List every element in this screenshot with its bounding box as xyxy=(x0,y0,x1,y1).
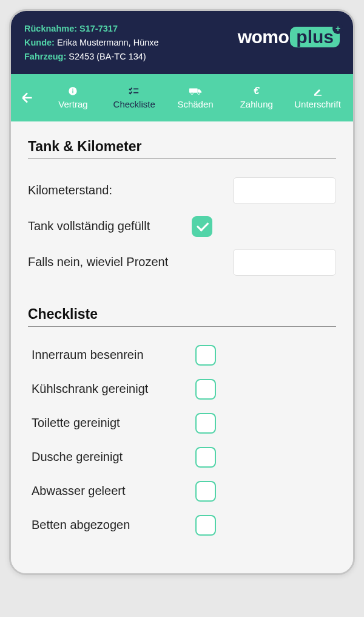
divider xyxy=(28,326,336,327)
section-title-checkliste: Checkliste xyxy=(28,306,336,322)
checklist-label: Kühlschrank gereinigt xyxy=(32,382,195,396)
checklist-item: Dusche gereinigt xyxy=(28,447,336,468)
checklist-checkbox[interactable] xyxy=(195,413,216,434)
percent-row: Falls nein, wieviel Prozent xyxy=(28,249,336,276)
checklist-label: Dusche gereinigt xyxy=(32,450,195,464)
logo-womo: womo xyxy=(238,27,289,47)
checklist-checkbox[interactable] xyxy=(195,345,216,366)
plus-badge-icon: + xyxy=(332,23,343,34)
svg-point-7 xyxy=(198,92,200,95)
checklist-item: Toilette gereinigt xyxy=(28,413,336,434)
fahrzeug-label: Fahrzeug: xyxy=(24,52,66,61)
checklist-label: Innerraum besenrein xyxy=(32,348,195,362)
percent-input[interactable] xyxy=(233,249,336,276)
tab-label: Vertrag xyxy=(58,99,87,109)
checklist-checkbox[interactable] xyxy=(195,515,216,536)
tab-label: Zahlung xyxy=(240,99,273,109)
tab-label: Checkliste xyxy=(113,99,155,109)
kunde-label: Kunde: xyxy=(24,38,55,47)
info-icon xyxy=(68,86,78,97)
tab-unterschrift[interactable]: Unterschrift xyxy=(287,81,348,114)
tab-schaeden[interactable]: Schäden xyxy=(165,81,226,114)
km-input[interactable] xyxy=(233,177,336,204)
tab-vertrag[interactable]: Vertrag xyxy=(42,81,104,114)
percent-label: Falls nein, wieviel Prozent xyxy=(28,255,168,269)
logo: womo plus + xyxy=(238,27,340,47)
fahrzeug-value: S2453 (BA-TC 134) xyxy=(69,52,146,61)
checklist-checkbox[interactable] xyxy=(195,379,216,400)
tank-full-label: Tank vollständig gefüllt xyxy=(28,219,192,233)
svg-rect-1 xyxy=(73,90,73,94)
tank-full-row: Tank vollständig gefüllt xyxy=(28,216,336,237)
ruecknahme-label: Rücknahme: xyxy=(24,24,77,33)
content: Tank & Kilometer Kilometerstand: Tank vo… xyxy=(11,121,353,573)
divider xyxy=(28,159,336,159)
tank-full-checkbox[interactable] xyxy=(192,216,212,237)
checklist-item: Innerraum besenrein xyxy=(28,345,336,366)
checklist-checkbox[interactable] xyxy=(195,481,216,502)
van-icon xyxy=(189,86,202,97)
svg-rect-5 xyxy=(189,88,198,92)
tab-checkliste[interactable]: Checkliste xyxy=(104,81,165,114)
app-frame: Rücknahme: S17-7317 Kunde: Erika Musterm… xyxy=(9,9,355,575)
tab-label: Schäden xyxy=(177,99,213,109)
svg-point-6 xyxy=(191,92,194,95)
sign-icon xyxy=(313,86,323,97)
checklist-label: Betten abgezogen xyxy=(32,518,195,532)
checklist-label: Toilette gereinigt xyxy=(32,416,195,430)
tab-label: Unterschrift xyxy=(294,99,341,109)
svg-point-2 xyxy=(73,89,74,90)
header-info: Rücknahme: S17-7317 Kunde: Erika Musterm… xyxy=(24,22,159,64)
checklist-icon xyxy=(129,86,140,97)
header: Rücknahme: S17-7317 Kunde: Erika Musterm… xyxy=(11,11,353,74)
ruecknahme-value: S17-7317 xyxy=(79,24,118,33)
logo-plus: plus + xyxy=(290,27,340,47)
checklist-checkbox[interactable] xyxy=(195,447,216,468)
kunde-value: Erika Mustermann, Hünxe xyxy=(57,38,159,47)
euro-icon: € xyxy=(254,86,259,97)
tab-bar: Vertrag Checkliste Schäden € Zahlung xyxy=(11,74,353,121)
checklist-item: Kühlschrank gereinigt xyxy=(28,379,336,400)
back-button[interactable] xyxy=(16,90,42,106)
tab-zahlung[interactable]: € Zahlung xyxy=(226,81,287,114)
section-title-tank: Tank & Kilometer xyxy=(28,138,336,155)
checklist-item: Betten abgezogen xyxy=(28,515,336,536)
km-row: Kilometerstand: xyxy=(28,177,336,204)
checklist-item: Abwasser geleert xyxy=(28,481,336,502)
checklist-label: Abwasser geleert xyxy=(32,484,195,498)
km-label: Kilometerstand: xyxy=(28,183,112,197)
